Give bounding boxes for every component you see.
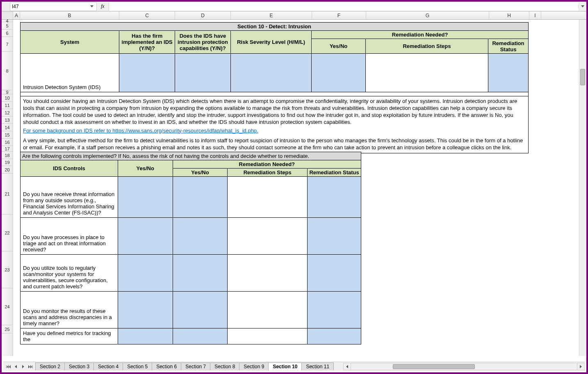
cell-system-name[interactable]: Intrusion Detection System (IDS) xyxy=(21,54,119,92)
chevron-down-icon xyxy=(90,5,93,7)
row-header-19[interactable]: 19 xyxy=(2,159,13,166)
formula-controls: fx xyxy=(98,3,107,9)
tab-section-7[interactable]: Section 7 xyxy=(181,363,210,370)
cell-rem-yes-no[interactable] xyxy=(173,255,228,292)
column-header-c[interactable]: C xyxy=(119,11,175,19)
tab-section-6[interactable]: Section 6 xyxy=(152,363,181,370)
control-question[interactable]: Do you have receive threat information f… xyxy=(21,177,118,218)
table-row xyxy=(21,92,529,96)
column-header-e[interactable]: E xyxy=(231,11,312,19)
row-header-13[interactable]: 13 xyxy=(2,116,13,124)
cell-rem-yes-no[interactable] xyxy=(173,177,228,218)
row-header-22[interactable]: 22 xyxy=(2,214,13,251)
tab-section-5[interactable]: Section 5 xyxy=(123,363,152,370)
row-header-7[interactable]: 7 xyxy=(2,37,13,52)
row-header-5[interactable]: 5 xyxy=(2,22,13,30)
cell-risk-level[interactable] xyxy=(230,54,311,92)
row-header-15[interactable]: 15 xyxy=(2,131,13,139)
cell-yes-no[interactable] xyxy=(118,292,173,328)
cell-rem-yes-no[interactable] xyxy=(173,328,228,344)
cell-intrusion-protection[interactable] xyxy=(175,54,231,92)
cell-rem-status[interactable] xyxy=(308,177,361,218)
tab-prev-button[interactable] xyxy=(12,363,19,370)
tab-section-2[interactable]: Section 2 xyxy=(35,363,65,370)
row-header-6[interactable]: 6 xyxy=(2,30,13,37)
row-header-8[interactable]: 8 xyxy=(2,52,13,90)
cell-rem-status[interactable] xyxy=(308,255,361,292)
fx-icon[interactable]: fx xyxy=(101,3,105,9)
row-header-17[interactable]: 17 xyxy=(2,146,13,152)
column-header-d[interactable]: D xyxy=(175,11,231,19)
scroll-thumb[interactable] xyxy=(580,69,585,85)
scroll-thumb[interactable] xyxy=(393,364,475,369)
cell-yes-no[interactable] xyxy=(118,255,173,292)
cell-rem-status[interactable] xyxy=(308,292,361,328)
row-header-18[interactable]: 18 xyxy=(2,152,13,159)
cell-rem-status[interactable] xyxy=(488,54,529,92)
cell-yes-no[interactable] xyxy=(118,218,173,255)
tab-section-11[interactable]: Section 11 xyxy=(301,363,334,370)
chevron-down-icon xyxy=(581,5,584,7)
control-question[interactable]: Have you defined metrics for tracking th… xyxy=(21,328,118,344)
row-header-20[interactable]: 20 xyxy=(2,166,13,173)
cell-rem-yes-no[interactable] xyxy=(173,218,228,255)
sheet-tabs-bar: ⏮ ⏭ Section 2Section 3Section 4Section 5… xyxy=(3,362,585,371)
row-header-25[interactable]: 25 xyxy=(2,325,13,333)
control-question[interactable]: Do you have processes in place to triage… xyxy=(21,218,118,255)
row-header-9[interactable]: 9 xyxy=(2,90,13,94)
column-header-i[interactable]: I xyxy=(529,11,541,19)
sheet-content[interactable]: Section 10 - Detect: Intrusion System Ha… xyxy=(13,20,586,356)
formula-input[interactable] xyxy=(109,2,578,11)
formula-bar: I47 fx xyxy=(2,2,586,11)
name-box[interactable]: I47 xyxy=(10,2,97,11)
cell-yes-no[interactable] xyxy=(118,177,173,218)
horizontal-scrollbar[interactable] xyxy=(343,363,585,370)
cell-rem-steps[interactable] xyxy=(228,177,308,218)
tab-last-button[interactable]: ⏭ xyxy=(27,363,34,370)
tab-section-4[interactable]: Section 4 xyxy=(93,363,123,370)
cell-rem-yes-no[interactable] xyxy=(312,54,366,92)
cell-has-ids[interactable] xyxy=(119,54,175,92)
row-header-21[interactable]: 21 xyxy=(2,173,13,214)
table-row: Do you utilize tools to regularly scan/m… xyxy=(21,255,361,292)
row-header-11[interactable]: 11 xyxy=(2,102,13,109)
formula-expand-button[interactable] xyxy=(578,5,586,7)
tab-section-3[interactable]: Section 3 xyxy=(64,363,94,370)
row-header-10[interactable]: 10 xyxy=(2,94,13,102)
chevron-right-icon xyxy=(580,365,582,368)
table-row: Do you have receive threat information f… xyxy=(21,177,361,218)
cell-yes-no[interactable] xyxy=(118,328,173,344)
scroll-left-button[interactable] xyxy=(344,363,351,370)
control-question[interactable]: Do you monitor the results of these scan… xyxy=(21,292,118,328)
cell-rem-status[interactable] xyxy=(308,218,361,255)
column-header-f[interactable]: F xyxy=(312,11,366,19)
tab-section-9[interactable]: Section 9 xyxy=(239,363,269,370)
tab-next-button[interactable] xyxy=(20,363,26,370)
controls-intro: Are the following controls implemented? … xyxy=(21,152,361,160)
cell-rem-steps[interactable] xyxy=(228,292,308,328)
column-header-g[interactable]: G xyxy=(366,11,489,19)
row-header-12[interactable]: 12 xyxy=(2,109,13,116)
tab-section-8[interactable]: Section 8 xyxy=(210,363,239,370)
tab-section-10[interactable]: Section 10 xyxy=(268,363,302,370)
cell-rem-steps[interactable] xyxy=(228,255,308,292)
column-header-h[interactable]: H xyxy=(489,11,529,19)
cell-rem-yes-no[interactable] xyxy=(173,292,228,328)
cell-rem-steps[interactable] xyxy=(228,328,308,344)
tab-first-button[interactable]: ⏮ xyxy=(5,363,11,370)
column-header-b[interactable]: B xyxy=(20,11,119,19)
cell-rem-status[interactable] xyxy=(308,328,361,344)
name-box-dropdown[interactable] xyxy=(89,4,95,9)
row-header-24[interactable]: 24 xyxy=(2,288,13,325)
row-header-23[interactable]: 23 xyxy=(2,251,13,288)
cell-rem-steps[interactable] xyxy=(365,54,488,92)
scroll-right-button[interactable] xyxy=(577,363,584,370)
control-question[interactable]: Do you utilize tools to regularly scan/m… xyxy=(21,255,118,292)
row-header-14[interactable]: 14 xyxy=(2,124,13,131)
row-header-16[interactable]: 16 xyxy=(2,139,13,146)
grid-area: 45678910111213141516171819202122232425 S… xyxy=(2,20,586,356)
column-header-a[interactable]: A xyxy=(13,11,20,19)
ids-reference-link[interactable]: For some background on IDS refer to http… xyxy=(23,128,258,134)
cell-rem-steps[interactable] xyxy=(228,218,308,255)
vertical-scrollbar[interactable] xyxy=(579,20,586,356)
